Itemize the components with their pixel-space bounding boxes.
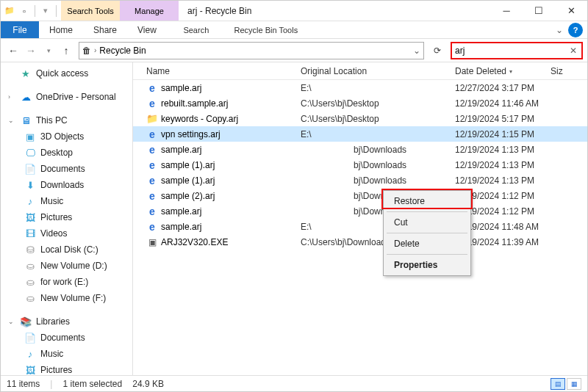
search-box[interactable]: ✕ (451, 42, 583, 59)
sidebar-this-pc[interactable]: ⌄🖥This PC (1, 112, 132, 128)
sidebar-documents[interactable]: 📄Documents (1, 161, 132, 177)
sidebar-lib-music[interactable]: ♪Music (1, 346, 132, 362)
file-row[interactable]: esample (1).arjXXXXXXXXXbj\Downloads12/1… (133, 157, 587, 173)
sort-descend-icon: ▾ (509, 68, 512, 75)
file-row[interactable]: 📁keywords - Copy.arjC:\Users\bj\Desktop1… (133, 111, 587, 126)
drive-icon: ⛁ (24, 244, 36, 255)
window-controls: ─ ☐ ✕ (490, 1, 587, 21)
file-name: keywords - Copy.arj (161, 114, 238, 124)
collapse-icon[interactable]: ⌄ (8, 318, 15, 325)
file-name: sample.arj (161, 222, 201, 232)
file-original-location: XXXXXXXXXbj\Downloads (301, 175, 455, 186)
sidebar-music[interactable]: ♪Music (1, 193, 132, 209)
file-name: ARJ32V320.EXE (161, 237, 228, 247)
refresh-button[interactable]: ⟳ (429, 46, 446, 56)
details-view-icon[interactable]: ▤ (551, 378, 565, 390)
desktop-icon: 🖵 (24, 147, 36, 159)
clear-search-icon[interactable]: ✕ (568, 46, 578, 56)
back-button[interactable]: ← (5, 43, 21, 59)
folder-icon[interactable]: 📁 (4, 5, 15, 17)
cloud-icon: ☁ (20, 91, 32, 103)
address-bar[interactable]: 🗑 › Recycle Bin ⌄ (79, 42, 424, 59)
sidebar-3d-objects[interactable]: ▣3D Objects (1, 128, 132, 145)
sidebar-item-label: 3D Objects (40, 131, 84, 142)
sidebar-pictures[interactable]: 🖼Pictures (1, 209, 132, 225)
ctx-cut[interactable]: Cut (384, 214, 470, 231)
address-dropdown-icon[interactable]: ⌄ (413, 46, 420, 56)
large-icons-view-icon[interactable]: ▦ (567, 378, 581, 390)
sidebar-videos[interactable]: 🎞Videos (1, 225, 132, 242)
file-name: rebuilt.sample.arj (161, 98, 228, 109)
properties-icon[interactable]: ▫ (18, 5, 30, 17)
share-tab[interactable]: Share (83, 21, 127, 38)
separator (35, 5, 35, 17)
column-original-location[interactable]: Original Location (301, 66, 455, 76)
file-row[interactable]: esample.arjXXXXXXXXXbj\Downloads12/19/20… (133, 142, 587, 157)
search-subtab[interactable]: Search (167, 21, 226, 38)
file-row[interactable]: esample (2).arjXXXXXXXXXbj\Downloads12/1… (133, 188, 587, 203)
minimize-button[interactable]: ─ (490, 1, 523, 21)
help-icon[interactable]: ? (568, 23, 583, 37)
column-name[interactable]: Name (146, 66, 301, 76)
sidebar-downloads[interactable]: ⬇Downloads (1, 177, 132, 193)
file-row[interactable]: esample.arjXXXXXXXXXbj\Downloads12/19/20… (133, 203, 587, 219)
drive-icon: ⛀ (24, 276, 36, 288)
sidebar-onedrive[interactable]: ›☁OneDrive - Personal (1, 89, 132, 105)
contextual-tab-search[interactable]: Search Tools (61, 1, 120, 21)
file-list[interactable]: esample.arjE:\12/27/2024 3:17 PMerebuilt… (133, 80, 587, 377)
home-tab[interactable]: Home (39, 21, 83, 38)
sidebar-new-volume-f[interactable]: ⛀New Volume (F:) (1, 290, 132, 306)
close-button[interactable]: ✕ (555, 1, 587, 21)
navigation-pane[interactable]: ★Quick access ›☁OneDrive - Personal ⌄🖥Th… (1, 62, 133, 377)
library-icon: 📚 (20, 316, 32, 327)
collapse-icon[interactable]: ⌄ (8, 117, 15, 124)
file-row[interactable]: esample (1).arjXXXXXXXXXbj\Downloads12/1… (133, 173, 587, 188)
file-row[interactable]: erebuilt.sample.arjC:\Users\bj\Desktop12… (133, 95, 587, 111)
context-menu: Restore Cut Delete Properties (383, 190, 471, 276)
recent-locations-icon[interactable]: ▾ (40, 43, 57, 59)
sidebar-item-label: Music (40, 196, 63, 206)
separator (387, 233, 467, 233)
sidebar-libraries[interactable]: ⌄📚Libraries (1, 313, 132, 330)
contextual-tab-manage[interactable]: Manage (120, 1, 179, 21)
sidebar-new-volume-d[interactable]: ⛀New Volume (D:) (1, 258, 132, 274)
ctx-restore[interactable]: Restore (384, 192, 470, 210)
sidebar-desktop[interactable]: 🖵Desktop (1, 145, 132, 161)
file-name: sample (1).arj (161, 175, 215, 186)
maximize-button[interactable]: ☐ (523, 1, 555, 21)
sidebar-lib-documents[interactable]: 📄Documents (1, 330, 132, 346)
ie-icon: e (146, 82, 158, 94)
file-row[interactable]: ▣ARJ32V320.EXEC:\Users\bj\Downloads12/19… (133, 234, 587, 250)
picture-icon: 🖼 (24, 364, 36, 376)
sidebar-for-work-e[interactable]: ⛀for work (E:) (1, 274, 132, 290)
file-row[interactable]: esample.arjE:\12/19/2024 11:48 AM (133, 219, 587, 234)
ie-icon: e (146, 190, 158, 202)
file-date-deleted: 12/19/2024 11:46 AM (455, 98, 587, 109)
recycle-bin-tools-subtab[interactable]: Recycle Bin Tools (226, 21, 306, 38)
column-date-deleted[interactable]: Date Deleted▾ (455, 66, 551, 76)
file-date-deleted: 12/19/2024 1:13 PM (455, 145, 587, 155)
ctx-properties[interactable]: Properties (384, 256, 470, 274)
file-row[interactable]: evpn settings.arjE:\12/19/2024 1:15 PM (133, 126, 587, 142)
column-headers: Name Original Location Date Deleted▾ Siz (133, 62, 587, 80)
download-icon: ⬇ (24, 179, 36, 191)
ctx-delete[interactable]: Delete (384, 235, 470, 253)
expand-ribbon-icon[interactable]: ⌄ (551, 21, 568, 38)
column-size[interactable]: Siz (551, 66, 587, 76)
sidebar-lib-pictures[interactable]: 🖼Pictures (1, 362, 132, 377)
file-tab[interactable]: File (1, 21, 39, 38)
sidebar-quick-access[interactable]: ★Quick access (1, 65, 132, 81)
sidebar-local-disk-c[interactable]: ⛁Local Disk (C:) (1, 242, 132, 258)
breadcrumb[interactable]: Recycle Bin (99, 46, 146, 56)
sidebar-item-label: Documents (40, 333, 85, 343)
up-button[interactable]: ↑ (58, 43, 74, 59)
monitor-icon: 🖥 (20, 115, 32, 126)
qat-dropdown-icon[interactable]: ▾ (40, 5, 51, 17)
expand-icon[interactable]: › (8, 93, 15, 101)
forward-button[interactable]: → (23, 43, 39, 59)
search-input[interactable] (455, 46, 568, 56)
sidebar-item-label: Videos (40, 228, 67, 239)
file-date-deleted: 12/19/2024 1:12 PM (455, 191, 587, 201)
file-row[interactable]: esample.arjE:\12/27/2024 3:17 PM (133, 80, 587, 95)
view-tab[interactable]: View (127, 21, 167, 38)
